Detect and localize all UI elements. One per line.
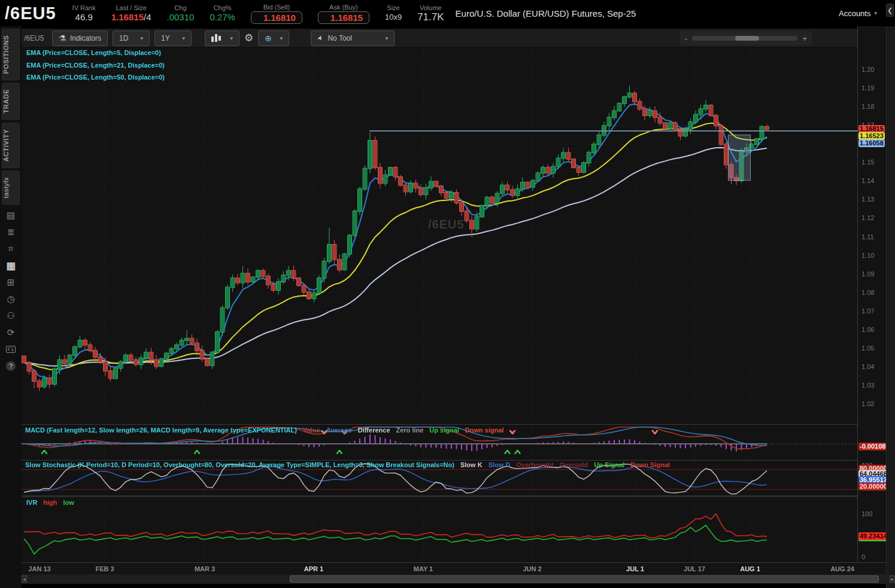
news-icon[interactable]: ▤ xyxy=(0,207,22,224)
cursor-icon: ➤ xyxy=(315,34,324,42)
candlestick-icon xyxy=(211,34,221,42)
time-label: AUG 24 xyxy=(830,565,854,572)
price-tick: 1.05 xyxy=(861,345,874,352)
history-icon[interactable]: ◷ xyxy=(0,291,22,307)
iv-rank-field: IV Rank 46.9 xyxy=(72,4,96,23)
chg-value: .00310 xyxy=(167,12,195,23)
ema-label-50[interactable]: EMA (Price=CLOSE, Length=50, Displace=0) xyxy=(26,74,165,81)
ivr-100-tick: 100 xyxy=(861,510,872,517)
price-tick: 1.10 xyxy=(861,252,874,259)
ivr-title[interactable]: IVR xyxy=(26,499,37,506)
price-tick: 1.06 xyxy=(861,326,874,333)
panel-divider[interactable] xyxy=(22,460,886,461)
chgpct-label: Chg% xyxy=(214,4,232,12)
chgpct-value: 0.27% xyxy=(210,12,235,23)
tool-select[interactable]: ➤ No Tool ▾ xyxy=(311,31,395,46)
indicators-label: Indicators xyxy=(70,34,101,42)
panel-divider[interactable] xyxy=(22,424,886,425)
time-label: JUL 17 xyxy=(684,565,705,572)
price-chart-canvas[interactable] xyxy=(22,48,857,424)
quote-header: /6EU5 IV Rank 46.9 Last / Size 1.16815/4… xyxy=(0,0,895,26)
legend-down-signal: Down signal xyxy=(465,426,504,434)
sidebar-tab-positions[interactable]: POSITIONS xyxy=(2,29,20,80)
toolbar-symbol: /6EU5 xyxy=(24,34,44,42)
price-tick: 1.20 xyxy=(861,66,874,73)
legend-up-signal: Up signal xyxy=(429,426,459,434)
stoch-title[interactable]: Slow Stochastic (K Period=10, D Period=1… xyxy=(25,461,454,468)
size-label: Size xyxy=(387,4,399,12)
ema-label-5[interactable]: EMA (Price=CLOSE, Length=5, Displace=0) xyxy=(26,49,161,56)
scroll-thumb[interactable] xyxy=(290,575,879,583)
price-tick: 1.07 xyxy=(861,307,874,315)
range-select[interactable]: 1Y ▾ xyxy=(154,31,192,46)
sidebar-tab-trade[interactable]: TRADE xyxy=(2,83,20,120)
price-tick: 1.13 xyxy=(861,196,874,203)
replay-icon[interactable]: ⟳ xyxy=(0,324,22,341)
drawing-tools-select[interactable]: ⊕ ▾ xyxy=(258,31,289,46)
price-tick: 1.15 xyxy=(861,159,874,166)
watchlist-icon[interactable]: ≣ xyxy=(0,224,22,240)
help-icon[interactable]: ? xyxy=(0,358,22,374)
chart-icon[interactable]: ▦ xyxy=(0,257,22,274)
time-label: FEB 3 xyxy=(95,565,114,572)
time-axis[interactable]: JAN 13FEB 3MAR 3APR 1MAY 1JUN 2JUL 1JUL … xyxy=(22,562,886,574)
social-icon[interactable]: ⚇ xyxy=(0,307,22,324)
ivr-panel-canvas[interactable] xyxy=(22,496,857,562)
price-axis[interactable]: 1.201.191.181.171.161.151.141.131.121.11… xyxy=(857,26,886,574)
f1-key-icon: F1 xyxy=(6,346,16,353)
panel-divider[interactable] xyxy=(22,495,886,497)
f1-icon[interactable]: F1 xyxy=(0,341,22,358)
ivr-study-label: IVRhighlow xyxy=(26,499,74,506)
chart-type-select[interactable]: ▾ xyxy=(205,31,239,46)
size-value: 10x9 xyxy=(385,12,402,23)
macd-title[interactable]: MACD (Fast length=12, Slow length=26, MA… xyxy=(25,426,297,434)
chg-label: Chg xyxy=(174,4,186,12)
ask-label: Ask (Buy) xyxy=(329,3,358,11)
ask-field[interactable]: Ask (Buy) 1.16815 xyxy=(318,3,369,24)
bid-field[interactable]: Bid (Sell) 1.16810 xyxy=(251,3,302,24)
last-size-value: /4 xyxy=(144,12,151,22)
timeframe-select[interactable]: 1D ▾ xyxy=(113,31,150,46)
legend-high: high xyxy=(43,499,57,506)
price-tick: 1.18 xyxy=(861,103,874,110)
gear-icon[interactable]: ⚙ xyxy=(244,32,253,44)
indicators-button[interactable]: ⚗ Indicators xyxy=(52,31,108,46)
iv-rank-value: 46.9 xyxy=(75,12,93,23)
zoom-in-button[interactable]: + xyxy=(802,34,807,43)
scroll-left-arrow[interactable]: ◂ xyxy=(22,575,27,583)
grid-icon[interactable]: ⊞ xyxy=(0,274,22,291)
collapsed-right-panel[interactable] xyxy=(886,26,895,588)
legend-slow-d: Slow D xyxy=(489,461,511,468)
accounts-menu[interactable]: Accounts ▾ xyxy=(839,9,877,18)
chg-field: Chg .00310 xyxy=(167,4,195,23)
chart-watermark: /6EU5 xyxy=(428,218,465,231)
chevron-down-icon: ▾ xyxy=(182,35,185,41)
zoom-out-button[interactable]: - xyxy=(685,34,687,43)
time-label: MAY 1 xyxy=(414,565,433,572)
scroll-right-arrow[interactable]: ▸ xyxy=(890,575,895,583)
zoom-thumb[interactable] xyxy=(735,36,759,41)
draw-layers-icon: ⊕ xyxy=(265,33,272,43)
ema-label-21[interactable]: EMA (Price=CLOSE, Length=21, Displace=0) xyxy=(26,62,165,69)
horizontal-scrollbar[interactable]: ◂ ▸ xyxy=(22,574,895,584)
last-value: 1.16815 xyxy=(111,12,144,22)
tool-value: No Tool xyxy=(327,34,351,42)
screen-icon[interactable]: ⌗ xyxy=(0,240,22,257)
price-tick: 1.08 xyxy=(861,289,874,296)
chevron-down-icon: ▾ xyxy=(140,35,143,41)
price-tick: 1.09 xyxy=(861,270,874,278)
question-icon: ? xyxy=(6,361,16,371)
collapse-panel-button[interactable]: ❮ xyxy=(886,4,894,17)
time-label: APR 1 xyxy=(304,565,323,572)
bid-button[interactable]: 1.16810 xyxy=(251,11,302,24)
chevron-down-icon: ▾ xyxy=(280,35,283,41)
ivr-value-chip: 49.23414 xyxy=(858,532,888,540)
sidebar-tab-activity[interactable]: ACTIVITY xyxy=(2,123,20,168)
ask-button[interactable]: 1.16815 xyxy=(318,11,369,24)
sidebar-tab-tastyfx[interactable]: tastyfx xyxy=(2,170,20,205)
size-field: Size 10x9 xyxy=(385,4,402,23)
zoom-slider: - + xyxy=(680,31,812,45)
legend-slow-k: Slow K xyxy=(460,461,483,468)
zoom-track[interactable] xyxy=(692,36,797,41)
chart-selection-box[interactable] xyxy=(728,135,751,181)
